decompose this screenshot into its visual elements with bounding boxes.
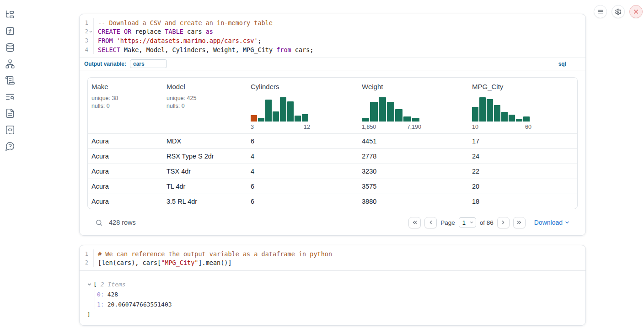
column-header-make[interactable]: Makeunique: 38nulls: 0 [88, 78, 163, 133]
table-row[interactable]: AcuraMDX6445117 [88, 133, 577, 148]
histogram-bar [362, 118, 369, 122]
database-icon[interactable] [5, 42, 15, 53]
table-cell: 4 [247, 153, 358, 160]
column-name: Weight [362, 83, 465, 90]
histogram-bar [251, 115, 257, 122]
sql-cell: 1234-- Download a CSV and create an in-m… [79, 14, 586, 236]
table-cell: 3230 [358, 168, 468, 175]
table-header-row: Makeunique: 38nulls: 0Modelunique: 425nu… [88, 78, 577, 133]
histogram-bar [395, 109, 402, 122]
output-variable-input[interactable] [130, 59, 167, 68]
histogram-mpg_city: 1060 [472, 97, 574, 130]
tree-entry: 1:20.060747663551403 [97, 299, 578, 309]
sql-code-editor[interactable]: 1234-- Download a CSV and create an in-m… [80, 14, 585, 57]
code-line: -- Download a CSV and create an in-memor… [98, 18, 585, 27]
tree-entry: 0:428 [97, 289, 578, 299]
tree-entry-value: 428 [107, 291, 118, 298]
histogram-bar [523, 116, 530, 122]
hamburger-icon [597, 8, 604, 15]
function-square-icon[interactable] [5, 26, 15, 36]
histogram-bar [265, 100, 272, 122]
column-header-model[interactable]: Modelunique: 425nulls: 0 [163, 78, 247, 133]
table-cell: 6 [247, 183, 358, 190]
page-select[interactable]: 1 [459, 217, 476, 227]
tree-entries: 0:4281:20.060747663551403 [95, 289, 578, 309]
settings-button[interactable] [612, 5, 625, 18]
sidebar [0, 0, 20, 158]
file-document-icon[interactable] [5, 108, 15, 118]
histogram-bar [273, 111, 279, 122]
prev-page-button[interactable] [424, 217, 437, 228]
histogram-bar [479, 97, 486, 122]
histogram-bar [302, 114, 308, 122]
chevrons-left-icon [412, 219, 418, 226]
code-line: [len(cars), cars["MPG_City"].mean()] [98, 259, 585, 268]
column-name: Make [91, 83, 159, 90]
table-cell: 22 [468, 168, 577, 175]
table-cell: 6 [247, 137, 358, 145]
table-row[interactable]: AcuraTL 4dr6357520 [88, 179, 577, 194]
table-cell: 3.5 RL 4dr [163, 198, 247, 205]
pagination: Page 1 of 86 [408, 217, 526, 228]
table-cell: Acura [88, 137, 163, 145]
column-header-cylinders[interactable]: Cylinders312 [247, 78, 358, 133]
code-line: FROM 'https://datasets.marimo.app/cars.c… [98, 36, 585, 45]
histogram-bar [370, 102, 377, 122]
row-count: 428 rows [109, 219, 136, 226]
table-cell: TL 4dr [163, 183, 247, 190]
dependency-graph-icon[interactable] [5, 59, 15, 69]
column-header-mpg_city[interactable]: MPG_City1060 [468, 78, 577, 133]
download-button[interactable]: Download [534, 219, 570, 226]
table-cell: 18 [468, 198, 577, 205]
table-cell: 6 [247, 198, 358, 205]
scroll-logs-icon[interactable] [5, 75, 15, 85]
line-number: 4 [85, 47, 88, 53]
fold-chevron-icon[interactable] [88, 29, 93, 34]
line-number: 3 [85, 37, 88, 44]
histogram-bar [516, 119, 522, 122]
column-header-weight[interactable]: Weight1,8507,190 [358, 78, 468, 133]
table-row[interactable]: Acura3.5 RL 4dr6388018 [88, 194, 577, 209]
table-row[interactable]: AcuraRSX Type S 2dr4277824 [88, 148, 577, 164]
python-cell: 12# We can reference the output variable… [79, 245, 586, 326]
tree-open-bracket: [ [93, 281, 97, 288]
histogram-bar [403, 116, 411, 122]
table-cell: 4451 [358, 137, 468, 145]
table-cell: 3880 [358, 198, 468, 205]
gear-icon [615, 8, 622, 15]
histogram-bar [280, 97, 286, 122]
table-row[interactable]: AcuraTSX 4dr4323022 [88, 164, 577, 179]
menu-button[interactable] [594, 5, 607, 18]
sql-cell-output: Makeunique: 38nulls: 0Modelunique: 425nu… [80, 70, 585, 229]
text-search-icon[interactable] [5, 92, 15, 102]
next-page-button[interactable] [497, 217, 510, 228]
histogram-bar [494, 105, 500, 122]
file-tree-icon[interactable] [5, 10, 15, 20]
column-name: Cylinders [251, 83, 354, 90]
first-page-button[interactable] [408, 217, 421, 228]
tree-entry-key: 1: [97, 301, 104, 308]
table-cell: 4 [247, 168, 358, 175]
code-line: # We can reference the output variable a… [98, 249, 585, 259]
line-number: 2 [85, 28, 88, 35]
histogram-bar [379, 97, 386, 122]
code-line: SELECT Make, Model, Cylinders, Weight, M… [98, 45, 585, 54]
help-bubble-icon[interactable] [5, 141, 15, 151]
shutdown-button[interactable] [629, 5, 643, 18]
chevron-right-icon [500, 219, 506, 226]
last-page-button[interactable] [513, 217, 526, 228]
table-cell: Acura [88, 168, 163, 175]
column-name: MPG_City [472, 83, 574, 90]
histogram-weight: 1,8507,190 [362, 97, 465, 130]
histogram-bar [387, 102, 394, 122]
collapse-chevron-icon[interactable] [87, 282, 92, 287]
python-code-editor[interactable]: 12# We can reference the output variable… [80, 245, 585, 271]
table-cell: Acura [88, 183, 163, 190]
output-code-icon[interactable] [5, 125, 15, 135]
search-icon[interactable] [95, 219, 103, 227]
table-cell: 24 [468, 153, 577, 160]
table-cell: 3575 [358, 183, 468, 190]
chevron-down-icon [564, 220, 570, 225]
chevron-down-icon [469, 220, 474, 225]
histogram-bar [258, 118, 264, 122]
